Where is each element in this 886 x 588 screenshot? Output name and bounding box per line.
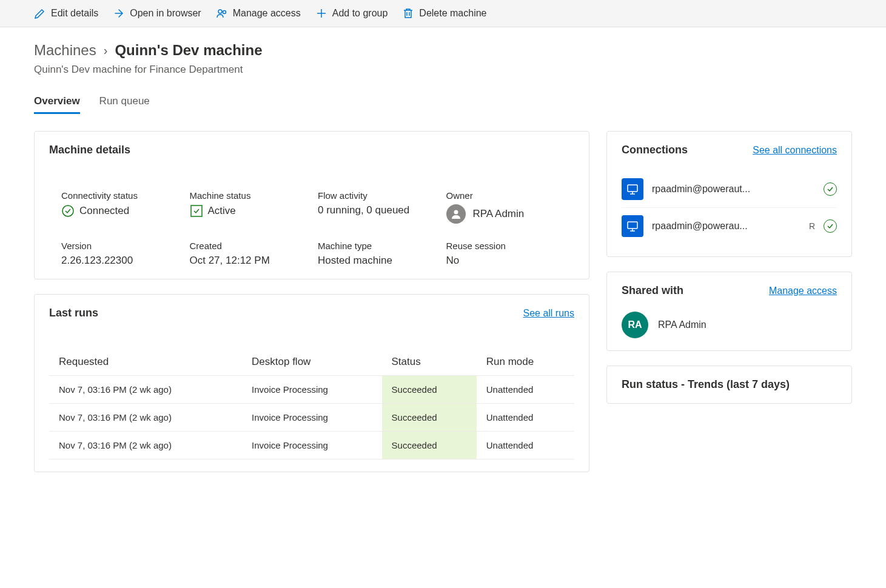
svg-point-1: [223, 11, 226, 14]
machine-details-title: Machine details: [49, 144, 130, 156]
detail-flow-activity: Flow activity 0 running, 0 queued: [318, 190, 434, 224]
shared-user-name: RPA Admin: [658, 319, 706, 330]
breadcrumb: Machines › Quinn's Dev machine: [34, 42, 852, 59]
delete-machine-label: Delete machine: [419, 8, 486, 19]
see-all-runs-link[interactable]: See all runs: [523, 308, 575, 319]
version-label: Version: [61, 241, 178, 251]
shared-user[interactable]: RA RPA Admin: [622, 312, 837, 338]
last-runs-table: Requested Desktop flow Status Run mode N…: [49, 349, 574, 459]
connectivity-value: Connected: [79, 205, 129, 217]
see-all-connections-link[interactable]: See all connections: [753, 145, 837, 156]
tab-run-queue[interactable]: Run queue: [99, 90, 150, 114]
cell-requested: Nov 7, 03:16 PM (2 wk ago): [49, 376, 242, 404]
cell-flow: Invoice Processing: [242, 432, 381, 459]
checkmark-box-icon: [190, 204, 203, 218]
col-status[interactable]: Status: [382, 349, 477, 376]
connection-item[interactable]: rpaadmin@poweraut...: [622, 171, 837, 208]
shared-with-card: Shared with Manage access RA RPA Admin: [606, 272, 852, 351]
machine-status-label: Machine status: [190, 190, 306, 201]
detail-machine-status: Machine status Active: [190, 190, 306, 224]
cell-status: Succeeded: [382, 404, 477, 432]
cell-status: Succeeded: [382, 432, 477, 459]
machine-type-value: Hosted machine: [318, 255, 434, 267]
cell-status: Succeeded: [382, 376, 477, 404]
desktop-flow-icon: [622, 178, 643, 200]
delete-machine-button[interactable]: Delete machine: [402, 7, 486, 19]
created-value: Oct 27, 12:12 PM: [190, 255, 306, 267]
shared-with-title: Shared with: [622, 284, 683, 297]
desktop-flow-icon: [622, 215, 643, 237]
table-row[interactable]: Nov 7, 03:16 PM (2 wk ago)Invoice Proces…: [49, 432, 574, 459]
checkmark-circle-icon: [61, 204, 75, 218]
manage-access-label: Manage access: [233, 8, 301, 19]
reuse-value: No: [446, 255, 563, 267]
run-status-title: Run status - Trends (last 7 days): [622, 378, 837, 391]
detail-reuse-session: Reuse session No: [446, 241, 563, 267]
col-desktop-flow[interactable]: Desktop flow: [242, 349, 381, 376]
connectivity-label: Connectivity status: [61, 190, 178, 201]
chevron-right-icon: ›: [104, 44, 108, 58]
created-label: Created: [190, 241, 306, 251]
reuse-label: Reuse session: [446, 241, 563, 251]
svg-rect-6: [628, 222, 637, 229]
detail-connectivity: Connectivity status Connected: [61, 190, 178, 224]
cell-flow: Invoice Processing: [242, 404, 381, 432]
open-in-browser-icon: [113, 7, 125, 19]
col-run-mode[interactable]: Run mode: [477, 349, 574, 376]
owner-label: Owner: [446, 190, 563, 201]
edit-details-button[interactable]: Edit details: [34, 7, 98, 19]
open-in-browser-label: Open in browser: [130, 8, 201, 19]
tabs: Overview Run queue: [34, 90, 852, 114]
breadcrumb-current: Quinn's Dev machine: [115, 42, 262, 59]
col-requested[interactable]: Requested: [49, 349, 242, 376]
page-subtitle: Quinn's Dev machine for Finance Departme…: [34, 64, 852, 76]
svg-point-0: [218, 10, 222, 13]
connections-card: Connections See all connections rpaadmin…: [606, 131, 852, 257]
flow-activity-value: 0 running, 0 queued: [318, 204, 434, 216]
detail-owner: Owner RPA Admin: [446, 190, 563, 224]
cell-mode: Unattended: [477, 376, 574, 404]
table-row[interactable]: Nov 7, 03:16 PM (2 wk ago)Invoice Proces…: [49, 376, 574, 404]
tab-overview[interactable]: Overview: [34, 90, 80, 114]
svg-rect-3: [191, 205, 202, 216]
cell-flow: Invoice Processing: [242, 376, 381, 404]
connection-extra: R: [809, 221, 815, 231]
machine-status-value: Active: [208, 205, 236, 217]
svg-point-4: [454, 210, 458, 215]
people-icon: [216, 7, 228, 19]
add-to-group-label: Add to group: [332, 8, 388, 19]
plus-icon: [315, 7, 327, 19]
connection-name: rpaadmin@powerau...: [652, 221, 800, 232]
owner-value: RPA Admin: [473, 208, 525, 220]
manage-access-link[interactable]: Manage access: [769, 286, 837, 296]
avatar: RA: [622, 312, 648, 338]
connections-title: Connections: [622, 144, 688, 156]
checkmark-circle-icon: [824, 219, 837, 233]
machine-details-card: Machine details Connectivity status Conn…: [34, 131, 589, 279]
breadcrumb-parent[interactable]: Machines: [34, 42, 96, 59]
detail-created: Created Oct 27, 12:12 PM: [190, 241, 306, 267]
version-value: 2.26.123.22300: [61, 255, 178, 267]
checkmark-circle-icon: [824, 182, 837, 196]
svg-rect-5: [628, 185, 637, 192]
add-to-group-button[interactable]: Add to group: [315, 7, 388, 19]
person-icon: [446, 204, 466, 224]
toolbar: Edit details Open in browser Manage acce…: [0, 0, 886, 27]
edit-details-label: Edit details: [51, 8, 98, 19]
manage-access-button[interactable]: Manage access: [216, 7, 301, 19]
table-row[interactable]: Nov 7, 03:16 PM (2 wk ago)Invoice Proces…: [49, 404, 574, 432]
machine-type-label: Machine type: [318, 241, 434, 251]
detail-machine-type: Machine type Hosted machine: [318, 241, 434, 267]
svg-point-2: [62, 205, 73, 216]
detail-version: Version 2.26.123.22300: [61, 241, 178, 267]
pencil-icon: [34, 7, 46, 19]
connection-name: rpaadmin@poweraut...: [652, 184, 815, 195]
cell-mode: Unattended: [477, 432, 574, 459]
connection-item[interactable]: rpaadmin@powerau...R: [622, 208, 837, 244]
trash-icon: [402, 7, 414, 19]
flow-activity-label: Flow activity: [318, 190, 434, 201]
open-in-browser-button[interactable]: Open in browser: [113, 7, 201, 19]
cell-requested: Nov 7, 03:16 PM (2 wk ago): [49, 432, 242, 459]
run-status-trends-card: Run status - Trends (last 7 days): [606, 366, 852, 404]
cell-requested: Nov 7, 03:16 PM (2 wk ago): [49, 404, 242, 432]
